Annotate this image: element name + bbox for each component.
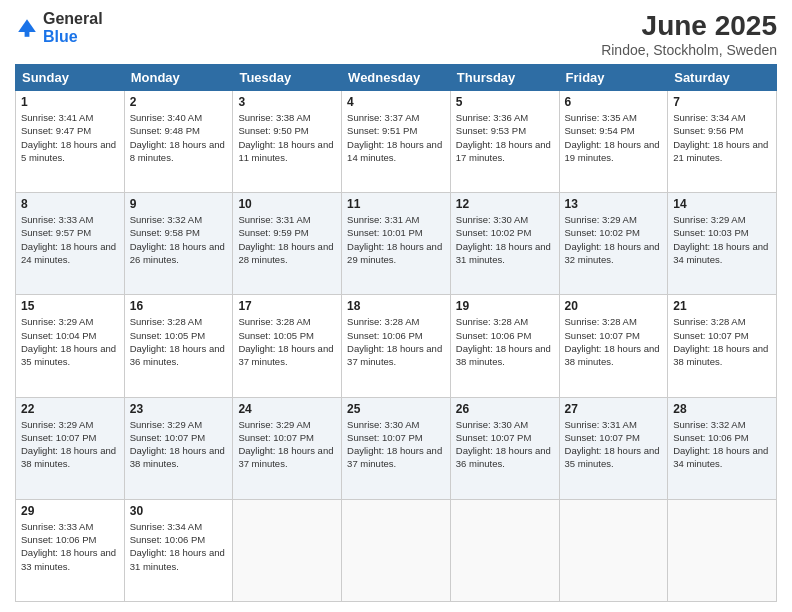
logo-general: General	[43, 10, 103, 27]
day-info: Sunrise: 3:31 AMSunset: 9:59 PMDaylight:…	[238, 213, 336, 266]
table-row: 19Sunrise: 3:28 AMSunset: 10:06 PMDaylig…	[450, 295, 559, 397]
table-row: 13Sunrise: 3:29 AMSunset: 10:02 PMDaylig…	[559, 193, 668, 295]
day-number: 19	[456, 299, 554, 313]
table-row: 12Sunrise: 3:30 AMSunset: 10:02 PMDaylig…	[450, 193, 559, 295]
day-number: 1	[21, 95, 119, 109]
col-monday: Monday	[124, 65, 233, 91]
day-info: Sunrise: 3:30 AMSunset: 10:07 PMDaylight…	[456, 418, 554, 471]
day-number: 28	[673, 402, 771, 416]
svg-marker-0	[18, 19, 36, 32]
day-number: 15	[21, 299, 119, 313]
title-area: June 2025 Rindoe, Stockholm, Sweden	[601, 10, 777, 58]
page: General Blue June 2025 Rindoe, Stockholm…	[0, 0, 792, 612]
day-number: 9	[130, 197, 228, 211]
day-info: Sunrise: 3:33 AMSunset: 9:57 PMDaylight:…	[21, 213, 119, 266]
table-row: 10Sunrise: 3:31 AMSunset: 9:59 PMDayligh…	[233, 193, 342, 295]
day-info: Sunrise: 3:38 AMSunset: 9:50 PMDaylight:…	[238, 111, 336, 164]
day-number: 12	[456, 197, 554, 211]
day-info: Sunrise: 3:31 AMSunset: 10:07 PMDaylight…	[565, 418, 663, 471]
logo-icon	[15, 16, 39, 40]
logo-blue: Blue	[43, 28, 78, 45]
day-info: Sunrise: 3:34 AMSunset: 9:56 PMDaylight:…	[673, 111, 771, 164]
table-row: 9Sunrise: 3:32 AMSunset: 9:58 PMDaylight…	[124, 193, 233, 295]
table-row: 20Sunrise: 3:28 AMSunset: 10:07 PMDaylig…	[559, 295, 668, 397]
day-number: 17	[238, 299, 336, 313]
table-row: 1Sunrise: 3:41 AMSunset: 9:47 PMDaylight…	[16, 91, 125, 193]
day-info: Sunrise: 3:29 AMSunset: 10:02 PMDaylight…	[565, 213, 663, 266]
day-number: 29	[21, 504, 119, 518]
calendar-week-row: 15Sunrise: 3:29 AMSunset: 10:04 PMDaylig…	[16, 295, 777, 397]
month-title: June 2025	[601, 10, 777, 42]
day-number: 5	[456, 95, 554, 109]
day-number: 20	[565, 299, 663, 313]
table-row: 5Sunrise: 3:36 AMSunset: 9:53 PMDaylight…	[450, 91, 559, 193]
table-row: 7Sunrise: 3:34 AMSunset: 9:56 PMDaylight…	[668, 91, 777, 193]
calendar-week-row: 22Sunrise: 3:29 AMSunset: 10:07 PMDaylig…	[16, 397, 777, 499]
col-wednesday: Wednesday	[342, 65, 451, 91]
table-row: 2Sunrise: 3:40 AMSunset: 9:48 PMDaylight…	[124, 91, 233, 193]
table-row	[342, 499, 451, 601]
day-info: Sunrise: 3:29 AMSunset: 10:04 PMDaylight…	[21, 315, 119, 368]
day-info: Sunrise: 3:29 AMSunset: 10:07 PMDaylight…	[21, 418, 119, 471]
day-info: Sunrise: 3:32 AMSunset: 10:06 PMDaylight…	[673, 418, 771, 471]
day-info: Sunrise: 3:28 AMSunset: 10:07 PMDaylight…	[565, 315, 663, 368]
day-info: Sunrise: 3:33 AMSunset: 10:06 PMDaylight…	[21, 520, 119, 573]
day-number: 25	[347, 402, 445, 416]
table-row: 8Sunrise: 3:33 AMSunset: 9:57 PMDaylight…	[16, 193, 125, 295]
table-row: 29Sunrise: 3:33 AMSunset: 10:06 PMDaylig…	[16, 499, 125, 601]
col-thursday: Thursday	[450, 65, 559, 91]
day-number: 24	[238, 402, 336, 416]
day-number: 18	[347, 299, 445, 313]
table-row: 3Sunrise: 3:38 AMSunset: 9:50 PMDaylight…	[233, 91, 342, 193]
day-info: Sunrise: 3:28 AMSunset: 10:05 PMDaylight…	[130, 315, 228, 368]
table-row: 21Sunrise: 3:28 AMSunset: 10:07 PMDaylig…	[668, 295, 777, 397]
day-info: Sunrise: 3:29 AMSunset: 10:07 PMDaylight…	[238, 418, 336, 471]
table-row: 11Sunrise: 3:31 AMSunset: 10:01 PMDaylig…	[342, 193, 451, 295]
day-number: 16	[130, 299, 228, 313]
table-row: 6Sunrise: 3:35 AMSunset: 9:54 PMDaylight…	[559, 91, 668, 193]
table-row: 15Sunrise: 3:29 AMSunset: 10:04 PMDaylig…	[16, 295, 125, 397]
day-number: 23	[130, 402, 228, 416]
logo: General Blue	[15, 10, 103, 46]
day-info: Sunrise: 3:30 AMSunset: 10:02 PMDaylight…	[456, 213, 554, 266]
day-info: Sunrise: 3:28 AMSunset: 10:06 PMDaylight…	[456, 315, 554, 368]
day-info: Sunrise: 3:32 AMSunset: 9:58 PMDaylight:…	[130, 213, 228, 266]
day-number: 4	[347, 95, 445, 109]
day-info: Sunrise: 3:31 AMSunset: 10:01 PMDaylight…	[347, 213, 445, 266]
day-number: 6	[565, 95, 663, 109]
calendar: Sunday Monday Tuesday Wednesday Thursday…	[15, 64, 777, 602]
day-info: Sunrise: 3:36 AMSunset: 9:53 PMDaylight:…	[456, 111, 554, 164]
calendar-week-row: 29Sunrise: 3:33 AMSunset: 10:06 PMDaylig…	[16, 499, 777, 601]
table-row: 24Sunrise: 3:29 AMSunset: 10:07 PMDaylig…	[233, 397, 342, 499]
table-row: 30Sunrise: 3:34 AMSunset: 10:06 PMDaylig…	[124, 499, 233, 601]
day-number: 21	[673, 299, 771, 313]
day-number: 8	[21, 197, 119, 211]
table-row: 25Sunrise: 3:30 AMSunset: 10:07 PMDaylig…	[342, 397, 451, 499]
day-info: Sunrise: 3:40 AMSunset: 9:48 PMDaylight:…	[130, 111, 228, 164]
col-friday: Friday	[559, 65, 668, 91]
table-row: 16Sunrise: 3:28 AMSunset: 10:05 PMDaylig…	[124, 295, 233, 397]
col-saturday: Saturday	[668, 65, 777, 91]
day-info: Sunrise: 3:29 AMSunset: 10:07 PMDaylight…	[130, 418, 228, 471]
day-info: Sunrise: 3:34 AMSunset: 10:06 PMDaylight…	[130, 520, 228, 573]
calendar-week-row: 1Sunrise: 3:41 AMSunset: 9:47 PMDaylight…	[16, 91, 777, 193]
day-info: Sunrise: 3:28 AMSunset: 10:07 PMDaylight…	[673, 315, 771, 368]
day-info: Sunrise: 3:41 AMSunset: 9:47 PMDaylight:…	[21, 111, 119, 164]
day-number: 30	[130, 504, 228, 518]
subtitle: Rindoe, Stockholm, Sweden	[601, 42, 777, 58]
calendar-header-row: Sunday Monday Tuesday Wednesday Thursday…	[16, 65, 777, 91]
day-number: 14	[673, 197, 771, 211]
day-info: Sunrise: 3:30 AMSunset: 10:07 PMDaylight…	[347, 418, 445, 471]
table-row: 4Sunrise: 3:37 AMSunset: 9:51 PMDaylight…	[342, 91, 451, 193]
day-info: Sunrise: 3:29 AMSunset: 10:03 PMDaylight…	[673, 213, 771, 266]
day-info: Sunrise: 3:37 AMSunset: 9:51 PMDaylight:…	[347, 111, 445, 164]
calendar-week-row: 8Sunrise: 3:33 AMSunset: 9:57 PMDaylight…	[16, 193, 777, 295]
table-row: 27Sunrise: 3:31 AMSunset: 10:07 PMDaylig…	[559, 397, 668, 499]
day-number: 3	[238, 95, 336, 109]
table-row: 26Sunrise: 3:30 AMSunset: 10:07 PMDaylig…	[450, 397, 559, 499]
table-row	[450, 499, 559, 601]
day-number: 7	[673, 95, 771, 109]
day-info: Sunrise: 3:35 AMSunset: 9:54 PMDaylight:…	[565, 111, 663, 164]
day-number: 13	[565, 197, 663, 211]
table-row: 14Sunrise: 3:29 AMSunset: 10:03 PMDaylig…	[668, 193, 777, 295]
